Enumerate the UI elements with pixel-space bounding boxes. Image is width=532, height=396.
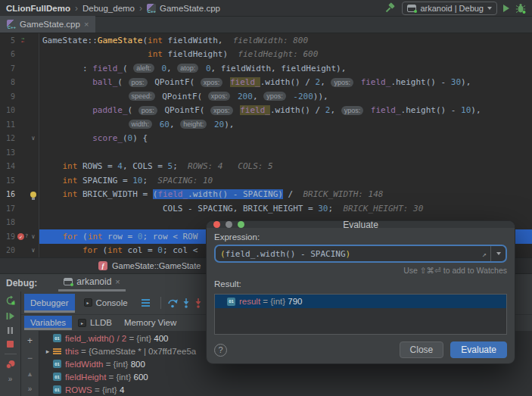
code-line-text[interactable]: int BRICK_WIDTH = (field_.width() - SPAC…: [39, 188, 532, 202]
fold-marker-icon[interactable]: ∨: [29, 233, 38, 240]
view-breakpoints-icon[interactable]: [5, 360, 16, 369]
code-token: field_: [240, 105, 270, 115]
line-number[interactable]: 18: [0, 218, 17, 226]
expander-chevron-icon[interactable]: ▸: [42, 348, 53, 355]
code-line: 10 paddle_( pos: QPointF( xpos: field_.w…: [0, 104, 532, 118]
code-line-text[interactable]: width: 60, height: 20),: [39, 117, 532, 132]
line-number[interactable]: 11: [0, 120, 17, 129]
line-number[interactable]: 9: [0, 92, 17, 101]
breadcrumb-function[interactable]: GameState::GameState: [112, 261, 201, 270]
dialog-title: Evaluate: [207, 220, 515, 230]
breadcrumb-folder[interactable]: Debug_demo: [82, 4, 135, 13]
expression-input[interactable]: (field_.width() - SPACING) ↗: [214, 245, 507, 263]
code-line-text[interactable]: ball_( pos: QPointF( xpos: field_.width(…: [39, 76, 532, 90]
add-watch-icon[interactable]: +: [27, 335, 33, 346]
recursive-call-icon[interactable]: →←: [17, 37, 29, 44]
code-line-text[interactable]: : field_( aleft: 0, atop: 0, fieldWidth,…: [39, 61, 532, 76]
result-row[interactable]: 01 result = {int} 790: [215, 295, 506, 308]
code-token: (: [123, 133, 128, 143]
code-line-text[interactable]: paddle_( pos: QPointF( xpos: field_.widt…: [39, 104, 532, 118]
tab-console[interactable]: ▸ Console: [78, 294, 134, 313]
code-line-text[interactable]: [39, 145, 532, 160]
tab-debugger[interactable]: Debugger: [24, 294, 75, 313]
line-number[interactable]: 17: [0, 204, 17, 213]
line-number[interactable]: 19: [0, 232, 17, 241]
code-line-text[interactable]: speed: QPointF( xpos: 200, ypos: -200)),: [39, 89, 532, 104]
evaluate-button[interactable]: Evaluate: [450, 341, 507, 358]
help-button[interactable]: ?: [214, 344, 227, 357]
expand-editor-icon[interactable]: ↗: [478, 250, 490, 258]
variable-row[interactable]: 01fieldHeight = {int} 600: [39, 370, 532, 383]
line-number[interactable]: 20: [0, 246, 17, 254]
more-icon[interactable]: »: [8, 375, 13, 383]
code-line-text[interactable]: GameState::GameState(int fieldWidth, fie…: [39, 33, 532, 48]
run-config-label: arkanoid | Debug: [420, 4, 484, 13]
variable-type: = {GameState * | 0x7ffd7ee5a: [79, 347, 196, 356]
line-number[interactable]: 14: [0, 162, 17, 170]
remove-watch-icon[interactable]: −: [27, 353, 33, 363]
code-token: 2: [316, 77, 321, 87]
close-button[interactable]: Close: [400, 341, 444, 358]
line-number[interactable]: 8: [0, 78, 17, 86]
line-number[interactable]: 15: [0, 176, 17, 185]
code-token: [42, 105, 92, 115]
close-icon[interactable]: ×: [84, 20, 89, 29]
tab-gamestate-cpp[interactable]: C++ GameState.cpp ×: [0, 16, 95, 33]
fold-marker-icon[interactable]: ∨: [29, 135, 38, 142]
variable-row[interactable]: 01ROWS = {int} 4: [39, 383, 532, 396]
result-list[interactable]: 01 result = {int} 790: [214, 294, 507, 335]
tab-lldb[interactable]: ▸ LLDB: [72, 316, 118, 330]
code-token: [42, 120, 128, 129]
code-line-text[interactable]: int fieldHeight) fieldHeight: 600: [39, 48, 532, 62]
stop-icon[interactable]: [6, 340, 14, 348]
inline-debug-value: fieldHeight: 600: [238, 49, 318, 59]
tab-variables[interactable]: Variables: [24, 316, 72, 330]
step-into-icon[interactable]: [182, 298, 191, 308]
view-options-icon[interactable]: [142, 299, 150, 307]
resume-icon[interactable]: [5, 311, 15, 321]
run-button[interactable]: [503, 5, 509, 12]
code-line: 13: [0, 145, 532, 160]
code-line-text[interactable]: COLS - SPACING, BRICK_HEIGHT = 30; BRICK…: [39, 201, 532, 216]
breadcrumb-project[interactable]: CLionFullDemo: [6, 4, 70, 13]
code-line-text[interactable]: int SPACING = 10; SPACING: 10: [39, 173, 532, 188]
parameter-hint-pill: width:: [129, 120, 153, 129]
line-number[interactable]: 10: [0, 106, 17, 114]
code-token: GameState: [98, 36, 143, 45]
debug-bug-icon[interactable]: [515, 3, 526, 14]
code-token: .height() -: [390, 77, 450, 87]
pause-icon[interactable]: [6, 326, 14, 335]
tab-session-arkanoid[interactable]: arkanoid ×: [58, 275, 125, 292]
line-number[interactable]: 13: [0, 148, 17, 157]
intention-bulb-icon[interactable]: [29, 192, 38, 198]
parameter-hint-pill: pos:: [129, 78, 148, 87]
line-number[interactable]: 16: [0, 190, 17, 198]
dialog-title-bar[interactable]: Evaluate: [207, 221, 515, 228]
line-number[interactable]: 6: [0, 50, 17, 58]
rerun-icon[interactable]: [5, 295, 16, 306]
breakpoint-icon[interactable]: ✓?: [17, 233, 29, 240]
code-line-text[interactable]: int ROWS = 4, COLS = 5; ROWS: 4 COLS: 5: [39, 160, 532, 174]
build-hammer-icon[interactable]: [384, 2, 396, 14]
code-line-text[interactable]: score_(0) {: [39, 132, 532, 146]
close-icon[interactable]: ×: [115, 277, 120, 286]
code-token: [201, 64, 206, 73]
tab-memory-view[interactable]: Memory View: [118, 316, 182, 330]
more-icon[interactable]: »: [28, 385, 33, 393]
collapse-icon[interactable]: ▲: [26, 370, 33, 378]
line-number[interactable]: 5: [0, 36, 17, 45]
force-step-into-icon[interactable]: [194, 298, 203, 308]
code-token: int: [88, 232, 103, 242]
fold-marker-icon[interactable]: ∨: [29, 247, 38, 254]
step-over-icon[interactable]: [167, 298, 179, 308]
line-number[interactable]: 12: [0, 134, 17, 142]
run-config-selector[interactable]: arkanoid | Debug: [402, 2, 497, 15]
expression-history-dropdown[interactable]: [490, 246, 506, 261]
line-number[interactable]: 7: [0, 64, 17, 73]
code-token: ,: [170, 120, 179, 129]
chevron-down-icon: [487, 7, 492, 10]
gutter: 16: [0, 188, 39, 202]
chevron-down-icon: [496, 252, 501, 255]
breadcrumb-file[interactable]: GameState.cpp: [160, 4, 220, 13]
code-token: ,: [166, 64, 176, 73]
